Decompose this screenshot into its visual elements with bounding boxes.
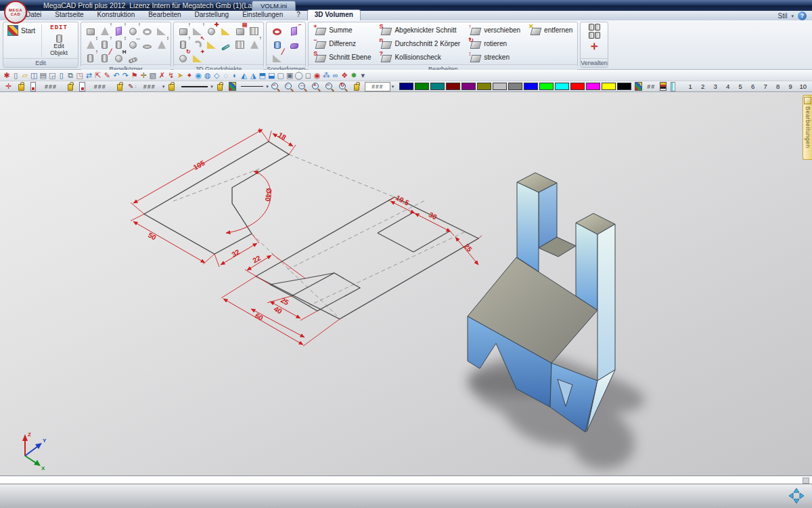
zoom-in-icon[interactable]: + [311,82,321,91]
layer-number-9[interactable]: 9 [784,83,797,90]
swap-icon[interactable]: ⇄ [85,70,94,81]
page-icon[interactable]: ▯ [57,70,66,81]
save-icon[interactable]: ◫ [30,70,39,81]
snap-target-icon[interactable]: ✛ [5,82,12,91]
pen-lock-icon[interactable] [117,84,122,91]
cylinder3-icon[interactable]: ◯ [294,70,304,81]
redo-icon[interactable]: ↷ [121,70,131,81]
verschieben-button[interactable]: ↑verschieben [468,25,520,35]
edit-objekt-button[interactable]: EDIT Edit Objekt [41,24,76,57]
cylinder-box-icon[interactable]: ↑ [177,38,189,49]
cylinder-cut-icon[interactable]: ╱ [99,51,111,62]
color-swatch-800080[interactable] [461,83,476,90]
figure-icon[interactable]: ✦ [185,70,194,81]
color-swatch-000080[interactable] [399,83,413,90]
color-swatch-800000[interactable] [446,83,460,90]
delete-icon[interactable]: ✗ [158,70,167,81]
color-swatch-000000[interactable] [617,83,631,90]
more-tools-caret[interactable]: ▾ [359,70,368,81]
globe-color-icon[interactable]: ◉ [194,70,204,81]
door-shape-icon[interactable]: ⌐ [288,24,300,35]
layer-number-1[interactable]: 1 [684,83,697,90]
hatch-icon[interactable] [671,82,675,91]
layer-number-2[interactable]: 2 [697,83,710,90]
sphere-pin-icon[interactable]: ↑ [127,24,139,35]
zoom-out-icon[interactable]: − [271,82,280,91]
3d-model[interactable] [467,173,645,469]
color-swatch-00ffff[interactable] [555,83,569,90]
sphere-h-icon[interactable]: H [113,51,125,62]
menu-item-3d-volumen[interactable]: 3D Volumen [307,9,361,20]
durchschnitt-2-koerper-button[interactable]: nDurchschnitt 2 Körper [379,39,460,49]
manage-axis-icon[interactable]: ✛ [591,42,598,51]
linewidth-selector[interactable] [241,86,263,87]
box-tool-icon[interactable]: ▧ [148,70,158,81]
linetype-caret-icon[interactable]: ▾ [210,84,213,89]
color-swatch-008000[interactable] [415,83,429,90]
cylinder-grid-icon[interactable] [248,24,261,35]
cylinder4-icon[interactable]: ◻ [304,70,313,81]
cylinder-icon[interactable]: ↑ [99,38,111,49]
pen-caret-icon[interactable]: ▾ [162,84,165,89]
linetype-selector[interactable] [181,86,208,87]
disc-view-icon[interactable]: ◌ [221,70,231,81]
menu-item-[interactable]: ? [290,10,307,20]
layer-number-7[interactable]: 7 [759,83,772,90]
copy-page-icon[interactable]: ⧉ [66,70,76,81]
pen-icon[interactable]: ✎ [103,70,112,81]
cylinder1-icon[interactable]: ▢ [276,70,286,81]
colorwheel-icon[interactable]: ✹ [349,70,359,81]
layer-number-10[interactable]: 10 [797,83,810,90]
zoom-extents-icon[interactable]: ↔ [298,82,307,91]
ring-red-icon[interactable] [271,24,284,35]
menu-item-konstruktion[interactable]: Konstruktion [91,10,142,20]
wireframe-icon[interactable]: ◮ [249,70,258,81]
color-matrix-icon[interactable] [229,82,236,91]
worm-icon[interactable] [127,51,139,62]
binocular-icon[interactable]: ∞ [331,70,340,81]
rotieren-button[interactable]: ↻rotieren [468,39,520,49]
scale-dropdown[interactable]: ### [365,82,390,91]
ramp-icon[interactable]: ╱ [271,51,284,62]
wedge-yellow2-icon[interactable] [206,38,218,49]
sphere-rotate-icon[interactable]: ↻ [177,51,189,62]
new-file-icon[interactable]: ▯ [12,70,21,81]
view-top-icon[interactable]: ⬒ [258,70,267,81]
people-icon[interactable]: ❖ [340,70,350,81]
box-skew-icon[interactable]: ↑ [191,24,204,35]
command-input-bar[interactable] [0,475,812,484]
color-swatch-808080[interactable] [508,83,522,90]
flag-icon[interactable]: ⚑ [130,70,139,81]
color-swatch-008080[interactable] [430,83,445,90]
scale-caret-icon[interactable]: ▾ [392,84,394,89]
open-folder-icon[interactable]: ▱ [20,70,30,81]
abgeknickter-schnitt-button[interactable]: SAbgeknickter Schnitt [379,25,460,35]
layer-number-6[interactable]: 6 [747,83,760,90]
color-swatch-ff0000[interactable] [570,83,585,90]
cylinder-grid2-icon[interactable] [234,38,246,49]
layer-number-8[interactable]: 8 [772,83,785,90]
redraw-icon[interactable]: ✱ [2,70,12,81]
page-settings-icon[interactable]: ◳ [75,70,85,81]
linewidth-lock-icon[interactable] [217,84,223,91]
layer-lock-icon[interactable] [18,84,24,91]
menu-item-darstellung[interactable]: Darstellung [188,10,236,20]
render-icon[interactable]: ◭ [240,70,249,81]
layer-number-4[interactable]: 4 [722,83,735,90]
shade-icon[interactable]: ◐ [231,70,240,81]
cone-up-icon[interactable]: ↑ [248,38,261,49]
pan-button[interactable] [788,487,805,505]
box-icon[interactable] [85,24,97,35]
sphere-tool-icon[interactable]: ✚ [206,24,218,35]
move-icon[interactable]: ➤ [176,70,185,81]
print-preview-icon[interactable]: ◲ [48,70,58,81]
truncated-cone-icon[interactable]: ↕ [156,38,168,49]
zoom-previous-icon[interactable]: − [325,82,334,91]
linetype-lock-icon[interactable] [168,84,174,91]
color-swatch-808000[interactable] [477,83,491,90]
measure-icon[interactable]: ✛ [139,70,149,81]
export-icon[interactable]: ⇱ [93,70,103,81]
color-swatch-00ff00[interactable] [539,83,554,90]
wedge-yellow-icon[interactable] [220,24,232,35]
sphere-red-icon[interactable]: ◉ [313,70,322,81]
